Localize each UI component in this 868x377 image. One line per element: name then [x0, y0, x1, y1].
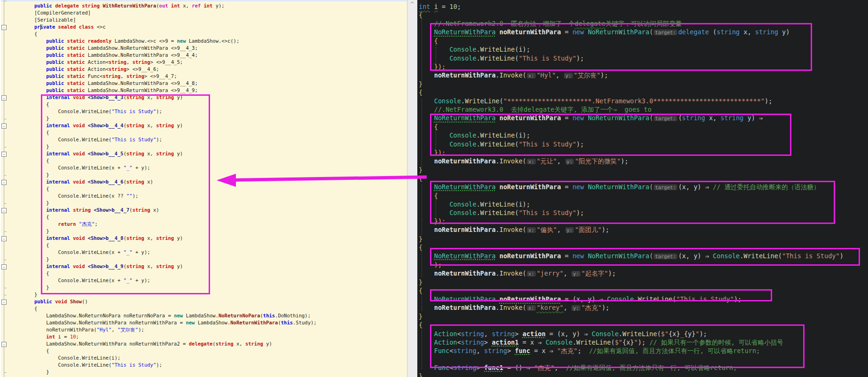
code-line[interactable]: public void Show() — [34, 298, 317, 305]
annotation-box-4 — [430, 248, 860, 266]
fold-marker-icon[interactable]: - — [1, 25, 7, 30]
annotation-box-3 — [430, 181, 835, 224]
fold-marker-icon[interactable]: - — [1, 123, 7, 129]
param-name-hint: x: — [527, 271, 536, 277]
annotation-box-6 — [430, 324, 805, 368]
code-line[interactable]: public static Action<string> <>9__4_6; — [34, 66, 317, 73]
param-name-hint: x: — [527, 73, 536, 78]
fold-marker-icon[interactable]: - — [1, 208, 7, 213]
code-line[interactable]: { — [34, 31, 317, 38]
code-line[interactable]: } — [419, 235, 844, 243]
code-line[interactable]: } — [34, 369, 317, 376]
code-line[interactable]: [CompilerGenerated] — [34, 9, 317, 16]
fold-marker-icon[interactable]: - — [1, 180, 7, 185]
param-name-hint: y: — [565, 227, 574, 233]
code-line[interactable]: int i = 10; — [419, 2, 844, 11]
code-line[interactable]: noReturnWithPara.Invoke(x:"jerry", y:"起名… — [419, 269, 844, 278]
annotation-box-5 — [430, 289, 772, 301]
left-pane-scrollbar[interactable] — [407, 0, 417, 377]
code-line[interactable]: } — [419, 80, 844, 88]
fold-end-tick — [4, 119, 7, 119]
code-line[interactable]: private sealed class <>c — [34, 23, 317, 31]
fold-end-tick — [4, 231, 7, 232]
code-line[interactable]: { — [419, 11, 844, 19]
param-name-hint: x: — [527, 227, 536, 233]
code-line[interactable]: Console.WriteLine("This is Study"); — [34, 362, 317, 369]
code-line[interactable]: noReturnWithPara.Invoke(x:"元让", y:"阳光下的微… — [419, 157, 844, 166]
code-line[interactable]: public static Func<string, string> <>9__… — [34, 73, 317, 80]
fold-end-tick — [4, 372, 7, 373]
pane-top-strip — [0, 0, 417, 1]
fold-marker-icon[interactable]: - — [1, 264, 7, 269]
code-line[interactable]: noReturnWithPara.Invoke(x:"偏执", y:"面团儿")… — [419, 225, 844, 234]
scroll-up-icon[interactable]: ^ — [409, 1, 415, 8]
code-line[interactable]: public static Action<string, string> <>9… — [34, 59, 317, 66]
annotation-arrow-head-icon — [217, 174, 236, 187]
code-line[interactable]: public static LambdaShow.NoReturnWithPar… — [34, 80, 317, 87]
fold-end-tick — [4, 1, 7, 1]
code-line[interactable]: { — [34, 347, 317, 354]
code-line[interactable]: int i = 10; — [34, 333, 317, 340]
fold-marker-icon[interactable]: - — [1, 236, 7, 241]
code-line[interactable]: } — [419, 166, 844, 174]
code-line[interactable]: LambdaShow.NoReturnWithPara noReturnWith… — [34, 340, 317, 347]
code-line[interactable]: } — [419, 278, 844, 286]
fold-end-tick — [4, 147, 7, 147]
fold-end-tick — [4, 175, 7, 176]
ide-split-view: { "colors": { "annotation": "#E91BE4", "… — [0, 0, 868, 377]
text-caret — [40, 24, 41, 30]
param-name-hint: y: — [564, 73, 573, 78]
code-line[interactable]: [Serializable] — [34, 16, 317, 23]
annotation-box-decompiled-methods — [41, 94, 210, 294]
code-line[interactable]: LambdaShow.NoReturnWithPara noReturnWith… — [34, 319, 317, 326]
fold-marker-icon[interactable]: - — [1, 152, 7, 157]
param-name-hint: y: — [571, 271, 580, 277]
fold-end-tick — [4, 295, 7, 295]
annotation-box-2 — [430, 114, 791, 156]
param-name-hint: y: — [565, 159, 574, 164]
fold-margin-line — [4, 0, 4, 377]
param-name-hint: y: — [571, 305, 580, 311]
code-line[interactable]: noReturnWithPara.Invoke(x:"Hyl", y:"艾尔丧"… — [419, 71, 844, 80]
code-line[interactable]: Console.WriteLine("*********************… — [419, 97, 844, 105]
fold-end-tick — [4, 288, 7, 288]
code-line[interactable]: public delegate string WithReturnWithPar… — [34, 2, 317, 9]
code-line[interactable]: noReturnWithPara.Invoke(x:"korey", y:"杰克… — [419, 303, 844, 312]
annotation-box-1 — [430, 23, 812, 71]
code-line[interactable]: { — [34, 305, 317, 312]
code-line[interactable]: LambdaShow.NoReturnNoPara noReturnNoPara… — [34, 312, 317, 319]
code-line[interactable]: { — [419, 88, 844, 97]
fold-marker-icon[interactable]: - — [1, 300, 7, 305]
param-name-hint: x: — [527, 159, 536, 164]
code-line[interactable]: Console.WriteLine(i); — [34, 354, 317, 362]
fold-end-tick — [4, 203, 7, 204]
param-name-hint: x: — [527, 305, 536, 311]
fold-marker-icon[interactable]: - — [1, 342, 7, 347]
code-line[interactable]: public static LambdaShow.NoReturnWithPar… — [34, 52, 317, 59]
code-line[interactable]: public static readonly LambdaShow.<>c <>… — [34, 38, 317, 45]
code-line[interactable]: } — [419, 312, 844, 321]
code-line[interactable]: public static LambdaShow.NoReturnWithPar… — [34, 45, 317, 52]
fold-marker-icon[interactable]: - — [1, 95, 7, 100]
code-line[interactable]: //.NetFramework3.0 去掉delegate关键字, 添加了一个⇒… — [419, 105, 844, 114]
code-line[interactable]: public static LambdaShow.NoReturnWithPar… — [34, 87, 317, 94]
code-line[interactable]: } — [419, 372, 844, 377]
left-margin-strip — [0, 0, 1, 377]
code-line[interactable]: noReturnWithPara("Hyl", "艾尔丧"); — [34, 326, 317, 333]
fold-end-tick — [4, 260, 7, 260]
